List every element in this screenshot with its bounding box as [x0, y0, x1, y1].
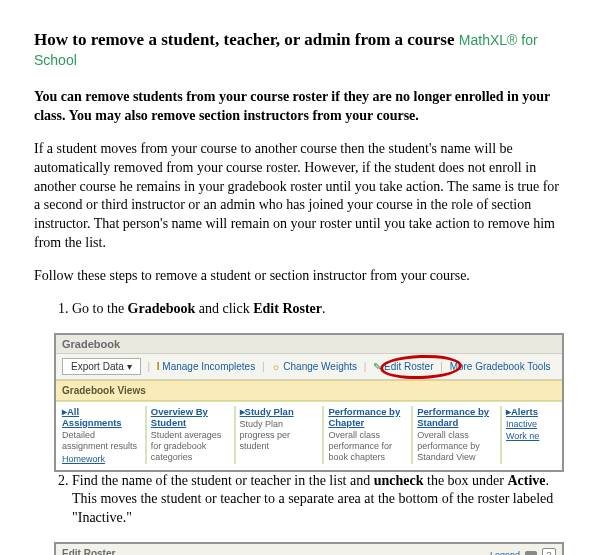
- follow-steps: Follow these steps to remove a student o…: [34, 267, 565, 286]
- gradebook-screenshot: Gradebook Export Data ▾ | I Manage Incom…: [54, 333, 564, 472]
- col-overview: Overview By Student Student averages for…: [145, 406, 234, 464]
- gradebook-title: Gradebook: [56, 335, 562, 353]
- page-title: How to remove a student, teacher, or adm…: [34, 30, 565, 70]
- export-data-button[interactable]: Export Data ▾: [62, 358, 141, 375]
- step-2: Find the name of the student or teacher …: [72, 472, 565, 529]
- more-tools-link[interactable]: More Gradebook Tools: [450, 361, 551, 372]
- title-text: How to remove a student, teacher, or adm…: [34, 30, 455, 49]
- gradebook-view-columns: ▸All Assignments Detailed assignment res…: [56, 401, 562, 470]
- col-study-plan: ▸Study Plan Study Plan progress per stud…: [234, 406, 323, 464]
- col-alerts: ▸Alerts Inactive Work ne: [500, 406, 556, 464]
- intro-detail: If a student moves from your course to a…: [34, 140, 565, 253]
- gradebook-toolbar: Export Data ▾ | I Manage Incompletes | ☼…: [56, 353, 562, 380]
- legend-area: Legend ?: [490, 548, 556, 555]
- change-weights-link[interactable]: Change Weights: [283, 361, 357, 372]
- col-all-assignments: ▸All Assignments Detailed assignment res…: [62, 406, 145, 464]
- edit-roster-title: Edit Roster Legend ?: [56, 544, 562, 555]
- print-icon[interactable]: [525, 551, 537, 555]
- edit-roster-link[interactable]: Edit Roster: [384, 361, 433, 372]
- col-perf-standard: Performance by Standard Overall class pe…: [411, 406, 500, 464]
- intro-bold: You can remove students from your course…: [34, 88, 565, 126]
- gradebook-views-header: Gradebook Views: [56, 380, 562, 401]
- col-perf-chapter: Performance by Chapter Overall class per…: [322, 406, 411, 464]
- step-1: Go to the Gradebook and click Edit Roste…: [72, 300, 565, 319]
- manage-incompletes-link[interactable]: Manage Incompletes: [162, 361, 255, 372]
- help-icon[interactable]: ?: [542, 548, 556, 555]
- edit-roster-screenshot: Edit Roster Legend ? ✎ Add / Edit Studen…: [54, 542, 564, 555]
